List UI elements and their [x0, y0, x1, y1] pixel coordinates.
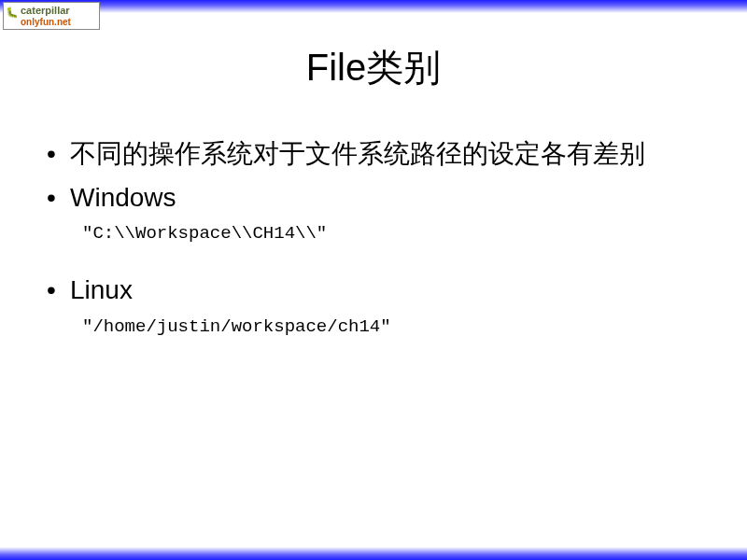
logo-text-1: caterpillar [21, 5, 99, 16]
top-gradient-bar [0, 0, 747, 13]
bullet-intro: 不同的操作系统对于文件系统路径的设定各有差别 [70, 135, 700, 172]
linux-code: "/home/justin/workspace/ch14" [47, 316, 700, 337]
bullet-linux: Linux [70, 272, 700, 308]
bullet-list: 不同的操作系统对于文件系统路径的设定各有差别 Windows [47, 135, 700, 216]
slide-content: File类别 不同的操作系统对于文件系统路径的设定各有差别 Windows "C… [0, 0, 747, 337]
logo-text-2: onlyfun.net [21, 17, 99, 27]
bullet-list-2: Linux [47, 272, 700, 308]
bullet-windows: Windows [70, 179, 700, 216]
windows-code: "C:\\Workspace\\CH14\\" [47, 223, 700, 244]
slide-title: File类别 [47, 42, 700, 93]
bottom-gradient-bar [0, 547, 747, 560]
logo-badge: caterpillar onlyfun.net [3, 2, 100, 30]
